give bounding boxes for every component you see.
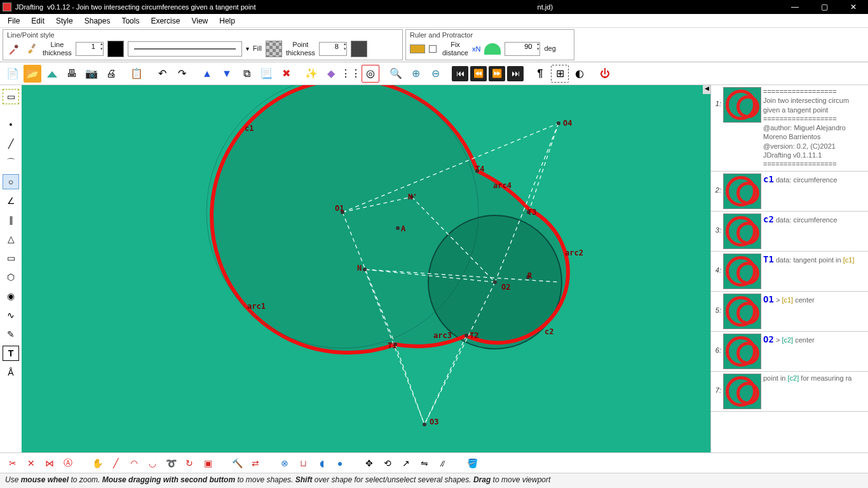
pencil-tool-icon[interactable]: ✎	[3, 327, 19, 342]
loop-icon[interactable]: ↻	[182, 456, 197, 471]
step-row[interactable]: 6:O2 > [c2] center	[711, 332, 868, 372]
arc2-icon[interactable]: ◡	[145, 456, 160, 471]
drawing-canvas[interactable]: ◀	[22, 85, 710, 452]
last-icon[interactable]: ⏭	[507, 66, 524, 81]
mirror-icon[interactable]: ⇋	[417, 456, 432, 471]
spline-tool-icon[interactable]: ∿	[3, 308, 19, 323]
menu-view[interactable]: View	[186, 15, 213, 27]
new-icon[interactable]: 📄	[4, 65, 22, 83]
triangle-tool-icon[interactable]: △	[3, 231, 19, 247]
protractor-icon[interactable]	[484, 43, 501, 55]
line-style-dropdown[interactable]	[128, 41, 242, 57]
rocket-icon[interactable]: ↗	[398, 456, 414, 471]
print-icon[interactable]: 🖨	[102, 65, 120, 83]
dots-icon[interactable]: ⋮⋮	[342, 65, 360, 83]
conic-tool-icon[interactable]: ◉	[3, 288, 19, 304]
line-thickness-input[interactable]: 1	[76, 42, 104, 56]
spiral-icon[interactable]: ➰	[163, 456, 179, 471]
grid-icon[interactable]: ⊞	[551, 65, 569, 83]
venn-icon[interactable]: ⊗	[277, 456, 292, 471]
wand-icon[interactable]: ✨	[302, 65, 320, 83]
menu-file[interactable]: File	[3, 15, 25, 27]
brush-icon[interactable]	[25, 42, 39, 56]
scroll-arrow-icon[interactable]: ◀	[703, 85, 710, 94]
first-icon[interactable]: ⏮	[452, 66, 468, 81]
segment-tool-icon[interactable]: ╱	[3, 136, 19, 151]
menu-style[interactable]: Style	[51, 15, 78, 27]
redo-icon[interactable]: ↷	[173, 65, 191, 83]
parallel-tool-icon[interactable]: ∥	[3, 212, 19, 227]
prev-icon[interactable]: ⏪	[470, 66, 487, 81]
hammer-icon[interactable]: 🔨	[229, 456, 245, 471]
bucket-icon[interactable]: 🪣	[465, 456, 480, 471]
contrast-icon[interactable]: ◐	[571, 65, 588, 83]
next-icon[interactable]: ⏩	[489, 66, 505, 81]
rotate-icon[interactable]: ⟲	[380, 456, 395, 471]
intersect-icon[interactable]: ⋈	[42, 456, 57, 471]
up-icon[interactable]: ▲	[198, 65, 216, 83]
steps-sidebar[interactable]: 1:==================Join two intersectin…	[710, 85, 868, 452]
zoom-out-icon[interactable]: ⊖	[426, 65, 444, 83]
hand-icon[interactable]: ✋	[90, 456, 105, 471]
clipboard-icon[interactable]: 📋	[128, 65, 146, 83]
camera-icon[interactable]: 📷	[83, 65, 100, 83]
arc-red-icon[interactable]: ◠	[126, 456, 142, 471]
flip-icon[interactable]: ⇄	[248, 456, 263, 471]
subtract-icon[interactable]: ◖	[314, 456, 329, 471]
step-row[interactable]: 2:c1 data: circumference	[711, 172, 868, 212]
arc-tool-icon[interactable]: ⌒	[3, 155, 19, 170]
menu-help[interactable]: Help	[214, 15, 240, 27]
step-row[interactable]: 4:T1 data: tangent point in [c1]	[711, 252, 868, 292]
target-icon[interactable]: ◎	[362, 65, 379, 83]
point-color-swatch[interactable]	[351, 41, 367, 57]
fill-swatch[interactable]	[266, 41, 282, 57]
divide-icon[interactable]: ╱	[108, 456, 123, 471]
menu-edit[interactable]: Edit	[26, 15, 50, 27]
stroke-color-swatch[interactable]	[107, 41, 124, 57]
fix-distance-checkbox[interactable]	[429, 45, 437, 53]
point-thickness-input[interactable]: 8	[319, 42, 347, 56]
angle-tool-icon[interactable]: ∠	[3, 193, 19, 208]
menu-tools[interactable]: Tools	[116, 15, 144, 27]
delete-icon[interactable]: ✖	[277, 65, 295, 83]
paragraph-icon[interactable]: ¶	[531, 65, 549, 83]
point-tool-icon[interactable]: •	[3, 117, 19, 132]
ruler-icon[interactable]	[410, 44, 425, 53]
move-icon[interactable]: ✥	[362, 456, 377, 471]
zoom-fit-icon[interactable]: 🔍	[387, 65, 405, 83]
down-icon[interactable]: ▼	[218, 65, 236, 83]
select-rect-icon[interactable]: ▭	[3, 89, 19, 104]
box-red-icon[interactable]: ▣	[200, 456, 215, 471]
minimize-button[interactable]: —	[780, 0, 810, 14]
merge-icon[interactable]: ●	[332, 456, 348, 471]
step-row[interactable]: 3:c2 data: circumference	[711, 212, 868, 252]
cross-icon[interactable]: ✕	[24, 456, 39, 471]
compass-red-icon[interactable]: Ⓐ	[60, 456, 76, 471]
close-button[interactable]: ✕	[839, 0, 868, 14]
diamond-icon[interactable]: ◆	[322, 65, 340, 83]
scissors-icon[interactable]: ✂	[5, 456, 20, 471]
step-row[interactable]: 7:point in [c2] for measuring ra	[711, 372, 868, 412]
zoom-in-icon[interactable]: ⊕	[407, 65, 424, 83]
step-row[interactable]: 1:==================Join two intersectin…	[711, 85, 868, 172]
step-row[interactable]: 5:O1 > [c1] center	[711, 292, 868, 332]
undo-icon[interactable]: ↶	[153, 65, 171, 83]
angle-input[interactable]: 90	[505, 42, 540, 56]
eyedropper-icon[interactable]	[7, 42, 21, 56]
compass-tool-icon[interactable]: Å	[3, 365, 19, 380]
text-tool-icon[interactable]: T	[3, 346, 19, 361]
skew-icon[interactable]: ⫽	[435, 456, 451, 471]
save-icon[interactable]	[43, 65, 61, 83]
xn-button[interactable]: xN	[472, 45, 480, 53]
menu-exercise[interactable]: Exercise	[146, 15, 185, 27]
circle-tool-icon[interactable]: ○	[3, 174, 19, 189]
union-icon[interactable]: ⊔	[295, 456, 311, 471]
rectangle-tool-icon[interactable]: ▭	[3, 250, 19, 266]
maximize-button[interactable]: ▢	[810, 0, 839, 14]
power-icon[interactable]: ⏻	[596, 65, 614, 83]
polygon-tool-icon[interactable]: ⬡	[3, 269, 19, 285]
open-icon[interactable]: 📂	[24, 65, 41, 83]
print-preview-icon[interactable]: 🖶	[63, 65, 81, 83]
list-icon[interactable]: 📃	[257, 65, 275, 83]
copy-icon[interactable]: ⧉	[238, 65, 255, 83]
